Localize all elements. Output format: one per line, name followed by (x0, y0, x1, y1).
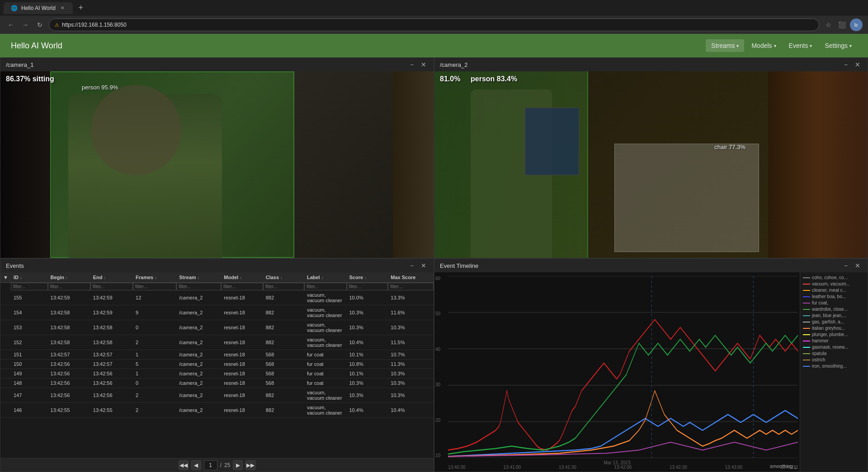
legend-label: hammer (812, 338, 829, 343)
sort-down-icon: ▼ (3, 275, 8, 280)
legend-label: spatula (812, 351, 826, 356)
prev-page-button[interactable]: ◀ (191, 460, 201, 470)
cam2-door-area (768, 71, 868, 258)
col-maxscore[interactable]: Max Score (388, 272, 434, 283)
legend-color (803, 366, 810, 367)
events-controls: − ✕ (407, 261, 428, 270)
refresh-button[interactable]: ↻ (34, 19, 45, 30)
table-row: 150 13:42:56 13:42:57 5 /camera_2 resnet… (0, 360, 434, 369)
nav-settings[interactable]: Settings ▾ (819, 39, 857, 52)
nav-events[interactable]: Events ▾ (783, 39, 818, 52)
new-tab-button[interactable]: + (75, 2, 87, 14)
camera1-background (0, 71, 434, 258)
events-chevron: ▾ (810, 43, 812, 48)
legend-label: vacuum, vacuum... (812, 281, 850, 286)
events-table-body: 155 13:42:59 13:42:59 12 /camera_2 resne… (0, 290, 434, 418)
filter-model[interactable] (221, 283, 263, 290)
timeline-chart (448, 276, 798, 458)
tab-title: Hello AI World (21, 5, 56, 11)
col-end[interactable]: End ↕ (90, 272, 133, 283)
col-class[interactable]: Class ↕ (263, 272, 304, 283)
next-page-button[interactable]: ▶ (233, 460, 243, 470)
filter-maxscore[interactable] (388, 283, 434, 290)
col-select[interactable]: ▼ (0, 272, 11, 283)
nav-models[interactable]: Models ▾ (746, 39, 781, 52)
filter-stream[interactable] (176, 283, 221, 290)
active-tab[interactable]: 🌐 Hello AI World ✕ (4, 2, 73, 14)
events-titlebar: Events − ✕ (0, 259, 434, 272)
nav-streams[interactable]: Streams ▾ (706, 39, 744, 52)
main-content: /camera_1 − ✕ 86.37% sitting (0, 57, 868, 472)
col-score[interactable]: Score ↕ (347, 272, 388, 283)
filter-begin[interactable] (48, 283, 90, 290)
browser-chrome: 🌐 Hello AI World ✕ + ← → ↻ ⚠ https://192… (0, 0, 868, 34)
legend-item: gas, garfish, a... (803, 319, 865, 324)
cam2-chair-area (614, 144, 759, 252)
streams-chevron: ▾ (736, 43, 739, 48)
browser-tabs: 🌐 Hello AI World ✕ + (0, 0, 868, 16)
filter-label[interactable] (304, 283, 347, 290)
events-minimize[interactable]: − (407, 261, 416, 270)
total-pages: 25 (224, 462, 230, 468)
legend-item: italian greyhou... (803, 326, 865, 331)
legend-label: cleaner, meat c... (812, 288, 846, 293)
filter-class[interactable] (263, 283, 304, 290)
last-page-button[interactable]: ▶▶ (245, 460, 255, 470)
toolbar-actions: ☆ ⬛ Ic (823, 19, 863, 31)
col-label[interactable]: Label ↕ (304, 272, 347, 283)
timeline-content: 60 50 40 30 20 10 (434, 272, 868, 472)
legend-color (803, 322, 810, 322)
legend-label: leather boa, bo... (812, 294, 846, 299)
col-model[interactable]: Model ↕ (221, 272, 263, 283)
col-frames[interactable]: Frames ↕ (133, 272, 176, 283)
address-bar[interactable]: ⚠ https://192.168.1.156:8050 (49, 19, 819, 31)
legend-label: coho, cohoe, co... (812, 275, 848, 280)
filter-id[interactable] (11, 283, 48, 290)
table-row: 154 13:42:58 13:42:59 9 /camera_2 resnet… (0, 305, 434, 320)
app-title: Hello AI World (11, 41, 62, 51)
forward-button[interactable]: → (20, 19, 31, 30)
filter-end[interactable] (90, 283, 133, 290)
legend-color (803, 341, 810, 341)
col-begin[interactable]: Begin ↕ (48, 272, 90, 283)
events-close[interactable]: ✕ (419, 261, 428, 270)
first-page-button[interactable]: ◀◀ (179, 460, 189, 470)
col-id[interactable]: ID ↕ (11, 272, 48, 283)
extension-button[interactable]: ⬛ (836, 19, 847, 30)
date-label: Mar 13, 2023 (604, 460, 631, 465)
col-stream[interactable]: Stream ↕ (176, 272, 221, 283)
camera2-chair-label: chair 77.3% (714, 144, 745, 150)
back-button[interactable]: ← (5, 19, 16, 30)
legend-color (803, 315, 810, 316)
table-row: 153 13:42:58 13:42:58 0 /camera_2 resnet… (0, 320, 434, 335)
legend-label: iron, smoothing... (812, 364, 847, 369)
page-number-input[interactable] (204, 460, 217, 470)
legend-item: spatula (803, 351, 865, 356)
bookmark-button[interactable]: ☆ (823, 19, 834, 30)
legend-color (803, 353, 810, 354)
camera1-panel: /camera_1 − ✕ 86.37% sitting (0, 57, 434, 258)
settings-chevron: ▾ (849, 43, 852, 48)
camera1-minimize[interactable]: − (407, 60, 416, 69)
legend-item: vacuum, vacuum... (803, 281, 865, 286)
camera2-label2: person 83.4% (471, 75, 517, 83)
user-avatar[interactable]: Ic (850, 19, 863, 31)
filter-frames[interactable] (133, 283, 176, 290)
camera1-close[interactable]: ✕ (419, 60, 428, 69)
filter-score[interactable] (347, 283, 388, 290)
camera2-minimize[interactable]: − (841, 60, 850, 69)
tab-close-button[interactable]: ✕ (59, 5, 66, 11)
camera1-controls: − ✕ (407, 60, 428, 69)
camera2-label1: 81.0% (440, 75, 460, 83)
legend-label: plunger, plumbe... (812, 332, 848, 337)
timeline-panel: Event Timeline − ✕ 60 50 40 30 20 10 (434, 258, 868, 472)
table-row: 149 13:42:56 13:42:56 1 /camera_2 resnet… (0, 369, 434, 379)
timeline-close[interactable]: ✕ (853, 261, 862, 270)
legend-color (803, 328, 810, 329)
legend-label: gas, garfish, a... (812, 319, 844, 324)
smoothing-label: smoothing _ (770, 463, 797, 469)
timeline-minimize[interactable]: − (841, 261, 850, 270)
camera2-close[interactable]: ✕ (853, 60, 862, 69)
table-row: 147 13:42:56 13:42:56 2 /camera_2 resnet… (0, 388, 434, 403)
events-table: ▼ ID ↕ Begin ↕ End ↕ Frames ↕ Stream ↕ M… (0, 272, 434, 418)
